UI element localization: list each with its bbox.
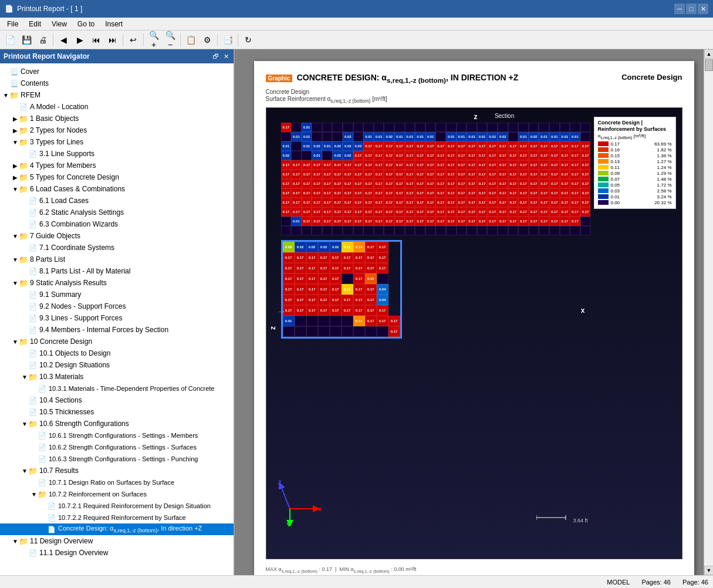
- expand-11design[interactable]: ▼: [12, 538, 19, 545]
- tree-item-61load[interactable]: 📄 6.1 Load Cases: [0, 195, 234, 207]
- expand-3lines[interactable]: ▼: [12, 139, 19, 146]
- tree-item-62static[interactable]: 📄 6.2 Static Analysis Settings: [0, 207, 234, 218]
- tree-item-3lines[interactable]: ▼ 📁 3 Types for Lines: [0, 136, 234, 148]
- menu-goto[interactable]: Go to: [73, 19, 99, 29]
- tree-item-63combo[interactable]: 📄 6.3 Combination Wizards: [0, 218, 234, 230]
- expand-1072reinf[interactable]: ▼: [31, 491, 38, 498]
- tree-item-5concrete[interactable]: ▶ 📁 5 Types for Concrete Design: [0, 171, 234, 183]
- tree-item-rfem[interactable]: ▼ 📁 RFEM: [0, 89, 234, 101]
- expand-4members[interactable]: ▶: [12, 163, 19, 169]
- toolbar-last[interactable]: ⏭: [105, 32, 120, 48]
- tree-item-4members[interactable]: ▶ 📁 4 Types for Members: [0, 160, 234, 171]
- tree-item-9static[interactable]: ▼ 📁 9 Static Analysis Results: [0, 277, 234, 289]
- tree-item-94members[interactable]: 📄 9.4 Members - Internal Forces by Secti…: [0, 324, 234, 336]
- toolbar-copy[interactable]: 📑: [220, 32, 235, 48]
- tree-item-101objects[interactable]: 📄 10.1 Objects to Design: [0, 347, 234, 359]
- tree-item-1063str[interactable]: 📄 10.6.3 Strength Configurations - Setti…: [0, 453, 234, 465]
- tree-item-1062str[interactable]: 📄 10.6.2 Strength Configurations - Setti…: [0, 441, 234, 453]
- toolbar-print[interactable]: 🖨: [35, 32, 50, 48]
- toolbar-zoom-out[interactable]: 🔍−: [163, 32, 178, 48]
- legend-item-2: 0.16 1.82 %: [598, 147, 672, 153]
- page-icon-1071design: 📄: [38, 478, 47, 487]
- vertical-scrollbar[interactable]: ▲ ▼: [704, 49, 713, 575]
- tree-item-106strength[interactable]: ▼ 📁 10.6 Strength Configurations: [0, 418, 234, 430]
- tree-item-92nodes[interactable]: 📄 9.2 Nodes - Support Forces: [0, 300, 234, 312]
- tree-item-1031mat[interactable]: 📄 10.3.1 Materials - Time-Dependent Prop…: [0, 383, 234, 394]
- tree-item-93lines[interactable]: 📄 9.3 Lines - Support Forces: [0, 312, 234, 324]
- toolbar-refresh[interactable]: ↻: [241, 32, 256, 48]
- tree-item-1061str[interactable]: 📄 10.6.1 Strength Configurations - Setti…: [0, 430, 234, 441]
- tree-item-11design[interactable]: ▼ 📁 11 Design Overview: [0, 535, 234, 547]
- toolbar-next[interactable]: ▶: [72, 32, 87, 48]
- toolbar-new[interactable]: 📄: [2, 32, 18, 48]
- toolbar-clipboard[interactable]: 📋: [183, 32, 198, 48]
- expand-107results[interactable]: ▼: [21, 468, 28, 474]
- toolbar-zoom-in[interactable]: 🔍+: [146, 32, 161, 48]
- tree-item-107results[interactable]: ▼ 📁 10.7 Results: [0, 465, 234, 477]
- minimize-button[interactable]: ─: [674, 4, 685, 14]
- toolbar-save[interactable]: 💾: [19, 32, 34, 48]
- tree-item-1071design[interactable]: 📄 10.7.1 Design Ratio on Surfaces by Sur…: [0, 477, 234, 488]
- expand-5concrete[interactable]: ▶: [12, 174, 19, 181]
- toolbar-settings[interactable]: ⚙: [200, 32, 215, 48]
- expand-1basic[interactable]: ▶: [12, 116, 19, 122]
- expand-10concrete[interactable]: ▼: [12, 339, 19, 345]
- toolbar-prev[interactable]: ◀: [56, 32, 71, 48]
- tree-item-10721req[interactable]: 📄 10.7.2.1 Required Reinforcement by Des…: [0, 500, 234, 512]
- tree-item-1072reinf[interactable]: ▼ 📁 10.7.2 Reinforcement on Surfaces: [0, 488, 234, 500]
- tree-item-104sections[interactable]: 📄 10.4 Sections: [0, 394, 234, 406]
- title-bar-left: 📄 Printout Report - [ 1 ]: [5, 5, 82, 13]
- expand-7guide[interactable]: ▼: [12, 233, 19, 239]
- scroll-thumb[interactable]: [705, 59, 713, 71]
- tree-item-2nodes[interactable]: ▶ 📁 2 Types for Nodes: [0, 124, 234, 136]
- close-button[interactable]: ✕: [698, 4, 708, 14]
- grid-cell: [435, 226, 446, 235]
- maximize-button[interactable]: □: [686, 4, 697, 14]
- scroll-track[interactable]: [704, 59, 713, 566]
- tree-item-81parts[interactable]: 📄 8.1 Parts List - All by Material: [0, 265, 234, 277]
- expand-8parts[interactable]: ▼: [12, 256, 19, 263]
- tree-label-3lines: 3 Types for Lines: [30, 138, 83, 146]
- tree-item-91summary[interactable]: 📄 9.1 Summary: [0, 289, 234, 300]
- menu-file[interactable]: File: [2, 19, 23, 29]
- tree-item-cover[interactable]: 📃 Cover: [0, 66, 234, 77]
- content-scroll[interactable]: Graphic CONCRETE DESIGN: αs,req,1,-z (bo…: [235, 49, 713, 575]
- tree-item-concrete-design-active[interactable]: 📄 Concrete Design: αs,req,1,-z (bottom),…: [0, 523, 234, 535]
- grid-cell: [487, 226, 498, 235]
- content-area[interactable]: ▲ ▼ Graphic CONCRETE DESIGN: αs,req,1,-z…: [235, 49, 713, 575]
- menu-edit[interactable]: Edit: [24, 19, 46, 29]
- nav-close-button[interactable]: ✕: [222, 53, 230, 60]
- expand-103materials[interactable]: ▼: [21, 374, 28, 380]
- navigator-content[interactable]: 📃 Cover 📃 Contents ▼ 📁 RFEM 📄 A Model - …: [0, 63, 234, 575]
- tree-item-10722req[interactable]: 📄 10.7.2.2 Required Reinforcement by Sur…: [0, 512, 234, 523]
- scroll-up-button[interactable]: ▲: [704, 49, 713, 59]
- tree-item-amodel[interactable]: 📄 A Model - Location: [0, 101, 234, 113]
- expand-6load[interactable]: ▼: [12, 186, 19, 192]
- pages-value: 46: [664, 579, 671, 586]
- tree-item-6load[interactable]: ▼ 📁 6 Load Cases & Combinations: [0, 183, 234, 195]
- tree-item-contents[interactable]: 📃 Contents: [0, 77, 234, 89]
- menu-view[interactable]: View: [47, 19, 72, 29]
- expand-9static[interactable]: ▼: [12, 280, 19, 286]
- tree-item-105thick[interactable]: 📄 10.5 Thicknesses: [0, 406, 234, 418]
- tree-item-103materials[interactable]: ▼ 📁 10.3 Materials: [0, 371, 234, 383]
- tree-item-102design[interactable]: 📄 10.2 Design Situations: [0, 359, 234, 371]
- tree-item-71coord[interactable]: 📄 7.1 Coordinate Systems: [0, 242, 234, 254]
- tree-item-31line[interactable]: 📄 3.1 Line Supports: [0, 148, 234, 160]
- grid-cell: 0.17: [332, 170, 343, 179]
- menu-insert[interactable]: Insert: [100, 19, 127, 29]
- toolbar-undo[interactable]: ↩: [126, 32, 141, 48]
- scroll-down-button[interactable]: ▼: [704, 566, 713, 575]
- tree-item-7guide[interactable]: ▼ 📁 7 Guide Objects: [0, 230, 234, 242]
- expand-2nodes[interactable]: ▶: [12, 127, 19, 134]
- tree-item-8parts[interactable]: ▼ 📁 8 Parts List: [0, 254, 234, 265]
- nav-restore-button[interactable]: 🗗: [211, 53, 220, 60]
- grid-cell: 0.17: [363, 160, 374, 170]
- tree-item-111design[interactable]: 📄 11.1 Design Overview: [0, 547, 234, 559]
- tree-item-1basic[interactable]: ▶ 📁 1 Basic Objects: [0, 113, 234, 124]
- expand-rfem[interactable]: ▼: [2, 92, 9, 99]
- toolbar-first[interactable]: ⏮: [89, 32, 104, 48]
- expand-106strength[interactable]: ▼: [21, 421, 28, 427]
- tree-item-10concrete[interactable]: ▼ 📁 10 Concrete Design: [0, 336, 234, 347]
- grid-cell: 0.17: [467, 160, 477, 170]
